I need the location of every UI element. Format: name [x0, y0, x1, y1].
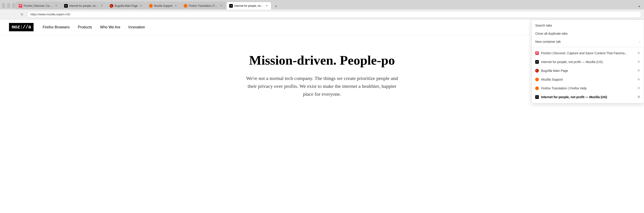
dropdown-tab-translation[interactable]: Firefox Translation | Firefox Help ✕ [532, 84, 644, 92]
nav-firefox-browsers[interactable]: Firefox Browsers [42, 25, 70, 29]
address-bar[interactable]: https://www.mozilla.org/en-US/ [27, 11, 641, 18]
dropdown-mozilla2-favicon: m [535, 95, 539, 99]
nav-links: Firefox Browsers Products Who We Are Inn… [42, 25, 145, 29]
dropdown-translation-close[interactable]: ✕ [637, 86, 640, 90]
dropdown-pocket-favicon: P [535, 51, 539, 55]
close-duplicate-label: Close all duplicate tabs [535, 32, 640, 35]
tab-dropdown-panel: Search tabs Close all duplicate tabs New… [532, 19, 644, 103]
dropdown-support-close[interactable]: ✕ [637, 77, 640, 82]
tab-bugzilla[interactable]: 🐛 Bugzilla Main Page ✕ [107, 2, 146, 10]
tab-mozilla2-close[interactable]: ✕ [265, 4, 268, 8]
dropdown-mozilla2-title: Internet for people, not profit — Mozill… [541, 95, 635, 99]
placeholder-tabs [2, 2, 15, 10]
tab-pocket-close[interactable]: ✕ [54, 4, 58, 8]
tab-pocket-title: Pocket | Discover, Capture... [24, 4, 53, 8]
dropdown-mozilla1-favicon: m [535, 60, 539, 64]
tab-support-close[interactable]: ✕ [174, 4, 178, 8]
new-container-label: New container tab [535, 40, 637, 44]
close-duplicate-tabs-item[interactable]: Close all duplicate tabs [532, 30, 644, 38]
dropdown-tab-mozilla2[interactable]: m Internet for people, not profit — Mozi… [532, 92, 644, 101]
mozilla2-favicon: m [229, 4, 233, 8]
browser-chrome: P Pocket | Discover, Capture... ✕ m Inte… [0, 0, 644, 19]
tab-translation-close[interactable]: ✕ [219, 4, 223, 8]
nav-products[interactable]: Products [78, 25, 92, 29]
new-tab-button[interactable]: + [273, 3, 279, 10]
dropdown-tab-bugzilla[interactable]: 🐛 Bugzilla Main Page ✕ [532, 66, 644, 75]
nav-who-we-are[interactable]: Who We Are [100, 25, 120, 29]
dropdown-pocket-title: Pocket | Discover, Capture and Savor Con… [541, 51, 635, 55]
dropdown-mozilla1-title: Internet for people, not profit — Mozill… [541, 60, 635, 64]
tab-bar: P Pocket | Discover, Capture... ✕ m Inte… [0, 0, 644, 10]
translation-favicon [184, 4, 187, 8]
back-button[interactable]: ← [3, 11, 9, 18]
chevron-right-icon: › [639, 40, 640, 44]
dropdown-bugzilla-favicon: 🐛 [535, 69, 539, 72]
tab-translation[interactable]: Firefox Translation | Firefo... ✕ [181, 2, 226, 10]
dropdown-mozilla1-close[interactable]: ✕ [637, 60, 640, 64]
dropdown-translation-favicon [535, 86, 539, 90]
pocket-favicon: P [19, 4, 22, 8]
search-tabs-item[interactable]: Search tabs [532, 22, 644, 30]
tab-pocket[interactable]: P Pocket | Discover, Capture... ✕ [16, 2, 61, 10]
forward-button[interactable]: → [11, 11, 17, 18]
dropdown-bugzilla-close[interactable]: ✕ [637, 68, 640, 73]
page-content: moz://a Firefox Browsers Products Who We… [0, 19, 644, 213]
tab-mozilla1-title: Internet for people, not pr... [69, 4, 98, 8]
nav-innovation[interactable]: Innovation [128, 25, 145, 29]
tab-mozilla1-close[interactable]: ✕ [100, 4, 103, 8]
toolbar: ← → ↻ https://www.mozilla.org/en-US/ [0, 10, 644, 19]
mozilla1-favicon: m [64, 4, 68, 8]
tab-support-title: Mozilla Support [154, 4, 173, 8]
dropdown-tab-pocket[interactable]: P Pocket | Discover, Capture and Savor C… [532, 49, 644, 58]
dropdown-support-favicon [535, 78, 539, 81]
dropdown-mozilla2-close[interactable]: ✕ [637, 95, 640, 99]
url-text: https://www.mozilla.org/en-US/ [30, 12, 70, 16]
dropdown-divider [532, 47, 644, 47]
bugzilla-favicon: 🐛 [110, 4, 113, 8]
hero-subtitle: We're not a normal tech company. The thi… [243, 74, 401, 98]
reload-button[interactable]: ↻ [19, 11, 25, 18]
tab-mozilla2-title: Internet for people, not pr... [234, 4, 264, 8]
tab-bugzilla-title: Bugzilla Main Page [114, 4, 138, 8]
new-container-tab-item[interactable]: New container tab › [532, 38, 644, 46]
dropdown-translation-title: Firefox Translation | Firefox Help [541, 86, 635, 90]
tab-bugzilla-close[interactable]: ✕ [139, 4, 143, 8]
mozilla-logo[interactable]: moz://a [9, 23, 34, 31]
dropdown-pocket-close[interactable]: ✕ [637, 51, 640, 55]
dropdown-bugzilla-title: Bugzilla Main Page [541, 69, 635, 72]
tab-mozilla2[interactable]: m Internet for people, not pr... ✕ [226, 2, 271, 10]
dropdown-tab-support[interactable]: Mozilla Support ✕ [532, 75, 644, 84]
dropdown-tab-mozilla1[interactable]: m Internet for people, not profit — Mozi… [532, 58, 644, 66]
dropdown-support-title: Mozilla Support [541, 78, 635, 81]
support-favicon [149, 4, 153, 8]
tab-translation-title: Firefox Translation | Firefo... [189, 4, 218, 8]
tab-mozilla1[interactable]: m Internet for people, not pr... ✕ [61, 2, 106, 10]
search-tabs-label: Search tabs [535, 24, 640, 27]
tab-list-button[interactable]: ▾ [636, 3, 642, 10]
tab-support[interactable]: Mozilla Support ✕ [146, 2, 180, 10]
